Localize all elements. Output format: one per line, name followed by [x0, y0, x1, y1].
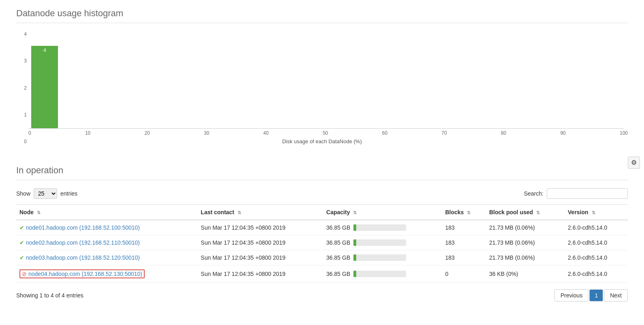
capacity-0: 36.85 GB: [323, 220, 442, 235]
block-pool-used-0: 21.73 MB (0.06%): [486, 220, 565, 235]
capacity-bar-fill-3: [353, 271, 356, 277]
last-contact-2: Sun Mar 17 12:04:35 +0800 2019: [197, 250, 323, 265]
sort-block-pool-icon[interactable]: ⇅: [536, 210, 540, 215]
table-row: ✔node03.hadoop.com (192.168.52.120:50010…: [16, 250, 628, 265]
sort-node-icon[interactable]: ⇅: [37, 210, 41, 215]
blocks-1: 183: [442, 235, 486, 250]
table-row: ⊘node04.hadoop.com (192.168.52.130:50010…: [16, 265, 628, 283]
in-operation-section: In operation Show 25 10 50 100 entries S…: [16, 165, 628, 301]
settings-icon[interactable]: ⚙: [628, 157, 640, 169]
capacity-bar-wrapper-2: [353, 254, 406, 261]
version-0: 2.6.0-cdh5.14.0: [565, 220, 628, 235]
capacity-bar-fill-1: [353, 239, 356, 246]
showing-text: Showing 1 to 4 of 4 entries: [16, 292, 83, 299]
capacity-2: 36.85 GB: [323, 250, 442, 265]
nodes-table: Node ⇅ Last contact ⇅ Capacity ⇅ Blocks …: [16, 204, 628, 283]
show-label: Show: [16, 190, 30, 197]
histogram-divider: [16, 23, 628, 23]
pagination-buttons: Previous 1 Next: [554, 289, 628, 301]
version-2: 2.6.0-cdh5.14.0: [565, 250, 628, 265]
sort-blocks-icon[interactable]: ⇅: [467, 210, 471, 215]
node-link-3[interactable]: node04.hadoop.com (192.168.52.130:50010): [28, 271, 142, 277]
last-contact-1: Sun Mar 17 12:04:35 +0800 2019: [197, 235, 323, 250]
capacity-1: 36.85 GB: [323, 235, 442, 250]
node-cell-0: ✔node01.hadoop.com (192.168.52.100:50010…: [16, 220, 197, 235]
pagination-area: Showing 1 to 4 of 4 entries Previous 1 N…: [16, 289, 628, 301]
table-header-row: Node ⇅ Last contact ⇅ Capacity ⇅ Blocks …: [16, 205, 628, 220]
node-cell-3: ⊘node04.hadoop.com (192.168.52.130:50010…: [16, 265, 197, 283]
blocks-2: 183: [442, 250, 486, 265]
capacity-bar-wrapper-3: [353, 271, 406, 277]
entries-select[interactable]: 25 10 50 100: [34, 188, 57, 199]
capacity-3: 36.85 GB: [323, 265, 442, 283]
in-operation-title: In operation: [16, 165, 628, 176]
histogram-chart: 4: [28, 31, 624, 129]
next-button[interactable]: Next: [604, 289, 628, 301]
page-1-button[interactable]: 1: [589, 289, 603, 301]
search-input[interactable]: [547, 188, 628, 199]
ban-icon: ⊘: [22, 271, 27, 277]
col-blocks: Blocks ⇅: [442, 205, 486, 220]
capacity-text-3: 36.85 GB: [326, 271, 350, 277]
col-last-contact: Last contact ⇅: [197, 205, 323, 220]
search-area: Search:: [524, 188, 628, 199]
capacity-text-2: 36.85 GB: [326, 254, 350, 261]
blocks-0: 183: [442, 220, 486, 235]
check-icon: ✔: [19, 239, 24, 246]
last-contact-0: Sun Mar 17 12:04:35 +0800 2019: [197, 220, 323, 235]
col-version: Version ⇅: [565, 205, 628, 220]
histogram-title: Datanode usage histogram: [16, 8, 628, 19]
capacity-bar-wrapper-1: [353, 239, 406, 246]
node-link-2[interactable]: node03.hadoop.com (192.168.52.120:50010): [26, 254, 140, 261]
x-axis: 0 10 20 30 40 50 60 70 80 90 100: [28, 129, 628, 136]
node-link-0[interactable]: node01.hadoop.com (192.168.52.100:50010): [26, 224, 140, 231]
version-1: 2.6.0-cdh5.14.0: [565, 235, 628, 250]
last-contact-3: Sun Mar 17 12:04:35 +0800 2019: [197, 265, 323, 283]
table-row: ✔node01.hadoop.com (192.168.52.100:50010…: [16, 220, 628, 235]
node-link-1[interactable]: node02.hadoop.com (192.168.52.110:50010): [26, 239, 140, 246]
table-row: ✔node02.hadoop.com (192.168.52.110:50010…: [16, 235, 628, 250]
y-axis: 4 3 2 1 0: [16, 31, 28, 144]
check-icon: ✔: [19, 254, 24, 261]
col-block-pool-used: Block pool used ⇅: [486, 205, 565, 220]
capacity-bar-fill-2: [353, 254, 356, 261]
histogram-container: 4 3 2 1 0 4 0 10 20 30 40 50 60 70 80 90…: [16, 31, 628, 149]
node-cell-1: ✔node02.hadoop.com (192.168.52.110:50010…: [16, 235, 197, 250]
capacity-text-1: 36.85 GB: [326, 239, 350, 246]
in-operation-divider: [16, 180, 628, 180]
sort-capacity-icon[interactable]: ⇅: [353, 210, 357, 215]
block-pool-used-1: 21.73 MB (0.06%): [486, 235, 565, 250]
sort-last-contact-icon[interactable]: ⇅: [237, 210, 241, 215]
histogram-bar: 4: [31, 46, 58, 128]
sort-version-icon[interactable]: ⇅: [592, 210, 595, 215]
capacity-bar-fill-0: [353, 224, 356, 231]
search-label: Search:: [524, 190, 543, 197]
blocks-3: 0: [442, 265, 486, 283]
entries-label: entries: [60, 190, 77, 197]
col-capacity: Capacity ⇅: [323, 205, 442, 220]
node-cell-2: ✔node03.hadoop.com (192.168.52.120:50010…: [16, 250, 197, 265]
previous-button[interactable]: Previous: [554, 289, 588, 301]
col-node: Node ⇅: [16, 205, 197, 220]
capacity-bar-wrapper-0: [353, 224, 406, 231]
table-controls: Show 25 10 50 100 entries Search:: [16, 188, 628, 199]
block-pool-used-2: 21.73 MB (0.06%): [486, 250, 565, 265]
show-entries-control: Show 25 10 50 100 entries: [16, 188, 77, 199]
version-3: 2.6.0-cdh5.14.0: [565, 265, 628, 283]
capacity-text-0: 36.85 GB: [326, 224, 350, 231]
x-axis-label: Disk usage of each DataNode (%): [16, 138, 628, 144]
block-pool-used-3: 36 KB (0%): [486, 265, 565, 283]
check-icon: ✔: [19, 224, 24, 231]
